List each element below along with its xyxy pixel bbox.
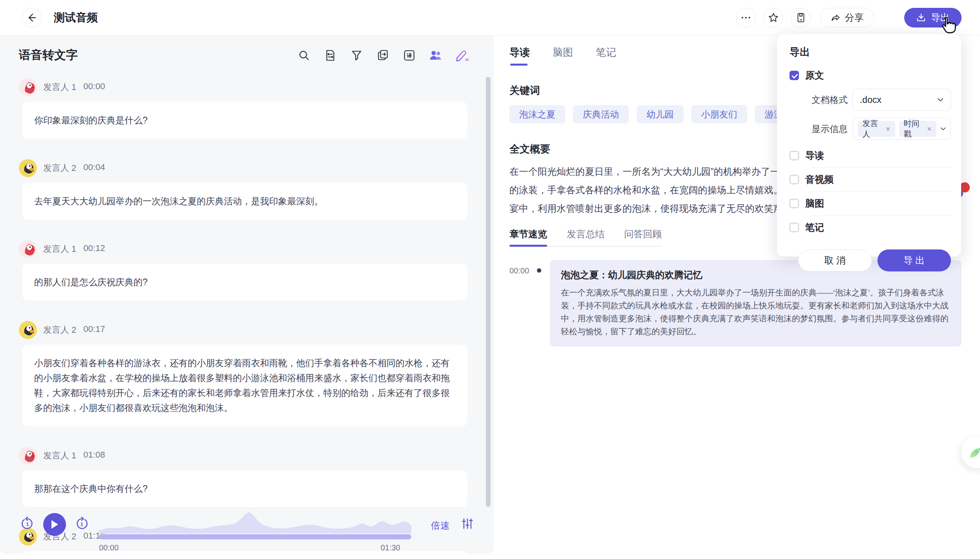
media-option-label: 音视频 <box>805 173 833 186</box>
chapter-row: 00:00 泡泡之夏：幼儿园庆典的欢腾记忆 在一个充满欢乐气氛的夏日里，大大幼儿… <box>509 260 980 346</box>
top-bar: 测试音频 分享 <box>0 0 980 35</box>
confirm-export-button[interactable]: 导 出 <box>877 249 951 271</box>
original-checkbox[interactable] <box>789 71 799 80</box>
mindmap-checkbox[interactable] <box>789 199 799 208</box>
message-list: 发言人 100:00 你印象最深刻的庆典是什么? 发言人 200:04 去年夏天… <box>0 70 493 559</box>
message-bubble[interactable]: 你印象最深刻的庆典是什么? <box>22 102 467 139</box>
message-time[interactable]: 00:17 <box>83 324 105 336</box>
svg-text:AI: AI <box>465 57 469 62</box>
chapter-time[interactable]: 00:00 <box>509 266 529 275</box>
message-row: 发言人 200:17 小朋友们穿着各种各样的游泳衣，还有的小朋友穿着雨衣和雨靴，… <box>19 321 467 426</box>
notes-checkbox[interactable] <box>789 223 799 232</box>
share-button[interactable]: 分享 <box>820 8 874 27</box>
avatar-parrot <box>19 78 37 96</box>
bookmark-icon <box>795 12 806 23</box>
audio-player: 1 1 00:00 01:30 倍速 <box>0 504 493 550</box>
message-time[interactable]: 00:12 <box>83 243 105 255</box>
tab-qa-review[interactable]: 问答回顾 <box>624 228 662 246</box>
timeline-dot-icon <box>537 268 541 273</box>
message-row: 发言人 100:00 你印象最深刻的庆典是什么? <box>19 78 467 139</box>
message-bubble[interactable]: 的那人们是怎么庆祝庆典的? <box>22 264 467 301</box>
share-icon <box>831 13 841 23</box>
play-button[interactable] <box>43 513 66 536</box>
chapter-body: 在一个充满欢乐气氛的夏日里，大大幼儿园举办了一场别开生面的庆典——‘泡沫之夏’。… <box>561 286 951 338</box>
scrollbar[interactable] <box>486 77 491 507</box>
avatar-toucan <box>19 321 37 339</box>
more-button[interactable] <box>736 8 756 27</box>
translate-icon[interactable]: 译 <box>403 49 416 62</box>
ellipsis-icon <box>741 16 751 19</box>
cancel-button[interactable]: 取 消 <box>798 249 872 271</box>
rewind-1s-button[interactable]: 1 <box>20 517 35 532</box>
chevron-down-icon <box>940 127 946 131</box>
remove-chip-icon[interactable]: × <box>927 125 932 134</box>
play-icon <box>50 519 59 530</box>
speaker-name: 发言人 1 <box>43 450 76 462</box>
display-info-select[interactable]: 发言人 × 时间戳 × <box>853 118 951 140</box>
mouse-cursor <box>938 16 956 38</box>
format-value: .docx <box>860 95 881 105</box>
tab-mindmap[interactable]: 脑图 <box>553 46 573 66</box>
back-button[interactable] <box>22 8 41 27</box>
waveform-graph <box>99 509 411 533</box>
message-time[interactable]: 01:08 <box>83 450 105 462</box>
format-select[interactable]: .docx <box>852 89 951 111</box>
download-icon <box>916 13 926 23</box>
save-button[interactable] <box>791 8 811 27</box>
message-time[interactable]: 00:00 <box>83 81 105 93</box>
tab-notes[interactable]: 笔记 <box>596 46 616 66</box>
favorite-button[interactable] <box>764 8 783 27</box>
mindmap-option-label: 脑图 <box>805 197 824 210</box>
keyword-chip[interactable]: 小朋友们 <box>691 105 747 123</box>
back-arrow-icon <box>26 13 37 23</box>
transcript-panel: 语音转文字 译 AI <box>0 35 493 554</box>
progress-bar[interactable] <box>99 534 411 539</box>
keyword-chip[interactable]: 泡沫之夏 <box>509 105 565 123</box>
tab-speaker-summary[interactable]: 发言总结 <box>567 228 604 246</box>
speakers-icon[interactable] <box>429 49 442 62</box>
message-bubble[interactable]: 去年夏天大大幼儿园举办的一次泡沫之夏的庆典活动，是我印象最深刻。 <box>22 183 467 220</box>
page-title: 测试音频 <box>54 10 98 25</box>
current-time: 00:00 <box>99 543 119 552</box>
tab-guide[interactable]: 导读 <box>509 46 530 66</box>
display-chip-speaker: 发言人 × <box>858 121 895 137</box>
share-label: 分享 <box>845 11 864 24</box>
forward-1s-button[interactable]: 1 <box>75 517 89 532</box>
doc-export-icon[interactable] <box>376 49 390 62</box>
display-chip-timestamp: 时间戳 × <box>899 121 936 137</box>
bird-icon <box>967 444 980 461</box>
star-icon <box>768 12 779 23</box>
doc-compare-icon[interactable] <box>324 49 337 62</box>
export-popup-title: 导出 <box>789 45 951 59</box>
tab-chapters[interactable]: 章节速览 <box>509 228 547 246</box>
speaker-name: 发言人 1 <box>43 243 76 255</box>
section-tabs: 章节速览 发言总结 问答回顾 <box>509 228 662 247</box>
message-bubble[interactable]: 小朋友们穿着各种各样的游泳衣，还有的小朋友穿着雨衣和雨靴，他们手拿着各种各不相同… <box>22 345 467 426</box>
search-icon[interactable] <box>297 49 311 62</box>
audio-settings-button[interactable] <box>462 518 473 531</box>
guide-option-label: 导读 <box>805 149 824 162</box>
transcript-title: 语音转文字 <box>19 47 78 63</box>
remove-chip-icon[interactable]: × <box>886 125 890 134</box>
keyword-chip[interactable]: 庆典活动 <box>573 105 629 123</box>
svg-text:译: 译 <box>407 53 412 59</box>
speaker-name: 发言人 1 <box>43 81 76 93</box>
ai-edit-icon[interactable]: AI <box>455 49 469 62</box>
keyword-chip[interactable]: 幼儿园 <box>637 105 683 123</box>
message-time[interactable]: 00:04 <box>83 162 105 174</box>
avatar-parrot <box>19 240 37 258</box>
original-label: 原文 <box>805 69 824 82</box>
speed-button[interactable]: 倍速 <box>431 519 450 532</box>
speaker-name: 发言人 2 <box>43 324 76 336</box>
message-bubble[interactable]: 那那在这个庆典中你有什么? <box>22 470 467 507</box>
waveform[interactable]: 00:00 01:30 <box>99 509 411 552</box>
message-bubble[interactable]: 感受参加这个庆典活动，我感受到了特别的欢快，特别的欢乐，大家都玩得特别开心。 <box>22 551 467 559</box>
message-row: 发言人 100:12 的那人们是怎么庆祝庆典的? <box>19 240 467 301</box>
chapter-card[interactable]: 泡泡之夏：幼儿园庆典的欢腾记忆 在一个充满欢乐气氛的夏日里，大大幼儿园举办了一场… <box>550 260 962 346</box>
guide-checkbox[interactable] <box>789 151 799 160</box>
filter-icon[interactable] <box>350 49 363 62</box>
avatar-parrot <box>19 447 37 465</box>
media-checkbox[interactable] <box>789 175 799 184</box>
sliders-icon <box>462 518 473 530</box>
notes-option-label: 笔记 <box>805 221 824 234</box>
